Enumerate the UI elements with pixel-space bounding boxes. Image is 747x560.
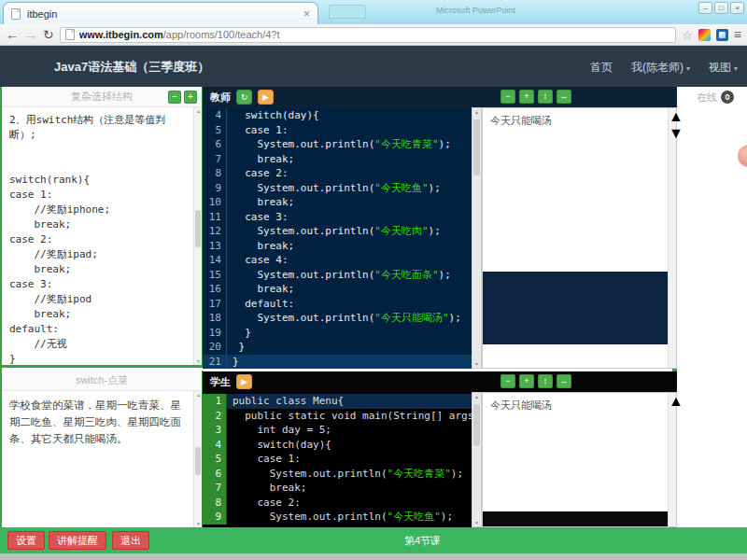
- task-panel-body[interactable]: 学校食堂的菜谱，星期一吃青菜、星期二吃鱼、星期三吃肉、星期四吃面条、其它天都只能…: [2, 391, 193, 527]
- outline-panel: 复杂选择结构 − + 2、用switch结构（注意是等值判断）; switch(…: [2, 87, 203, 368]
- teacher-output-scrollbar[interactable]: ▲ ▼: [668, 108, 676, 368]
- outline-panel-body[interactable]: 2、用switch结构（注意是等值判断）; switch(rank){case …: [2, 107, 193, 365]
- task-scrollbar[interactable]: ▲ ▼: [193, 391, 202, 527]
- app-nav: 首页 我(陈老师)▾ 视图▾: [590, 60, 738, 76]
- task-panel-header: switch-点菜: [2, 371, 202, 391]
- task-panel-title: switch-点菜: [76, 373, 128, 387]
- shrink-button[interactable]: −: [500, 374, 515, 388]
- student-label: 学生: [210, 375, 231, 389]
- nav-me-dropdown[interactable]: 我(陈老师)▾: [631, 60, 690, 76]
- window-minimize-icon[interactable]: –: [698, 2, 712, 14]
- scroll-up-icon: ▲: [472, 394, 481, 399]
- teacher-label: 教师: [210, 91, 231, 105]
- tab-favicon-icon: [11, 8, 21, 20]
- student-panel-header: 学生 ▶ − + ↕ ↔: [203, 371, 677, 392]
- student-console-block: [483, 511, 676, 526]
- outline-panel-title: 复杂选择结构: [71, 90, 133, 104]
- teacher-output-panel[interactable]: 今天只能喝汤 ▲ ▼: [482, 107, 677, 369]
- footer-bar: 设置 讲解提醒 退出 第4节课: [0, 527, 747, 553]
- browser-tab[interactable]: itbegin ×: [3, 2, 318, 24]
- forward-icon[interactable]: →: [24, 28, 37, 41]
- address-bar[interactable]: www.itbegin.com/app/rooms/100/teach/4?t: [60, 27, 676, 43]
- scroll-down-icon: ▼: [472, 520, 481, 525]
- left-column: 复杂选择结构 − + 2、用switch结构（注意是等值判断）; switch(…: [2, 87, 203, 527]
- scrollbar-thumb[interactable]: [195, 210, 201, 247]
- explain-reminder-button[interactable]: 讲解提醒: [49, 531, 106, 550]
- floating-widget[interactable]: [738, 145, 747, 167]
- main-area: 复杂选择结构 − + 2、用switch结构（注意是等值判断）; switch(…: [0, 87, 747, 527]
- resize-horizontal-button[interactable]: ↔: [557, 90, 571, 104]
- student-output-panel[interactable]: 今天只能喝汤 ▲: [482, 392, 677, 527]
- collapse-button[interactable]: −: [168, 91, 181, 104]
- url-domain: www.itbegin.com: [79, 29, 163, 40]
- student-output-scrollbar[interactable]: ▲: [668, 393, 676, 526]
- chevron-down-icon: ▾: [734, 64, 738, 73]
- task-text: 学校食堂的菜谱，星期一吃青菜、星期二吃鱼、星期三吃肉、星期四吃面条、其它天都只能…: [9, 397, 190, 447]
- tab-close-icon[interactable]: ×: [303, 9, 310, 19]
- window-maximize-icon[interactable]: □: [714, 2, 728, 14]
- center-column: 教师 ↻ ▶ − + ↕ ↔ 4 switch(day){5 case 1:6 …: [203, 87, 677, 527]
- grow-button[interactable]: +: [519, 374, 534, 388]
- online-panel: 在线 0: [682, 87, 747, 527]
- online-count-badge: 0: [721, 91, 734, 104]
- extension-icon[interactable]: [716, 29, 728, 41]
- teacher-panel-header: 教师 ↻ ▶ − + ↕ ↔: [203, 87, 677, 107]
- menu-icon[interactable]: ≡: [734, 28, 741, 41]
- new-tab-button[interactable]: [329, 5, 366, 19]
- teacher-run-button[interactable]: ▶: [258, 90, 274, 105]
- resize-horizontal-button[interactable]: ↔: [557, 374, 571, 388]
- window-close-icon[interactable]: ×: [730, 2, 744, 14]
- shrink-button[interactable]: −: [500, 90, 515, 104]
- scroll-down-icon: ▼: [194, 358, 203, 364]
- reload-icon[interactable]: ↻: [43, 28, 54, 41]
- sync-button[interactable]: ↻: [236, 90, 252, 105]
- scroll-up-icon: ▲: [194, 392, 203, 398]
- online-header: 在线 0: [682, 87, 747, 107]
- back-icon[interactable]: ←: [6, 28, 19, 41]
- task-panel: switch-点菜 学校食堂的菜谱，星期一吃青菜、星期二吃鱼、星期三吃肉、星期四…: [2, 371, 203, 527]
- outline-panel-header: 复杂选择结构 − +: [2, 87, 202, 107]
- scroll-up-icon: ▲: [472, 109, 481, 115]
- nav-view-dropdown[interactable]: 视图▾: [709, 60, 738, 76]
- extension-icon[interactable]: [698, 29, 711, 41]
- browser-titlebar: itbegin × Microsoft PowerPoint – □ ×: [0, 0, 747, 24]
- outline-scrollbar[interactable]: ▲ ▼: [193, 107, 202, 365]
- resize-vertical-button[interactable]: ↕: [538, 90, 553, 104]
- course-title: Java7语法基础（三季度班）: [54, 59, 209, 76]
- student-window-buttons: − + ↕ ↔: [500, 374, 571, 388]
- teacher-console-block[interactable]: [483, 272, 668, 344]
- settings-button[interactable]: 设置: [7, 531, 45, 550]
- tab-title: itbegin: [27, 8, 303, 20]
- teacher-editor-scrollbar[interactable]: ▲ ▼: [472, 107, 482, 369]
- scroll-down-icon: ▼: [472, 361, 481, 367]
- online-label: 在线: [697, 91, 717, 105]
- bookmark-star-icon[interactable]: ☆: [682, 29, 693, 41]
- resize-vertical-button[interactable]: ↕: [538, 374, 553, 388]
- bottom-strip: [0, 553, 747, 560]
- browser-toolbar: ← → ↻ www.itbegin.com/app/rooms/100/teac…: [0, 24, 747, 46]
- student-output-text: 今天只能喝汤: [483, 393, 676, 418]
- grow-button[interactable]: +: [519, 90, 534, 104]
- app-header: Java7语法基础（三季度班） 首页 我(陈老师)▾ 视图▾: [0, 46, 747, 87]
- student-code-editor[interactable]: 1public class Menu{2 public static void …: [203, 392, 472, 527]
- chevron-down-icon: ▾: [686, 64, 690, 73]
- screen: itbegin × Microsoft PowerPoint – □ × ← →…: [0, 0, 747, 560]
- background-window-title: Microsoft PowerPoint: [436, 6, 515, 15]
- teacher-window-buttons: − + ↕ ↔: [500, 90, 571, 104]
- url-path: /app/rooms/100/teach/4?t: [163, 29, 280, 40]
- url-text: www.itbegin.com/app/rooms/100/teach/4?t: [79, 29, 280, 40]
- lesson-label: 第4节课: [404, 534, 441, 548]
- student-run-button[interactable]: ▶: [236, 374, 252, 389]
- scroll-up-icon: ▲: [194, 108, 203, 114]
- scrollbar-thumb[interactable]: [473, 404, 480, 446]
- exit-button[interactable]: 退出: [112, 531, 149, 550]
- nav-home[interactable]: 首页: [590, 60, 613, 76]
- teacher-code-editor[interactable]: 4 switch(day){5 case 1:6 System.out.prin…: [203, 107, 472, 369]
- scrollbar-thumb[interactable]: [195, 447, 201, 475]
- scroll-down-icon: ▼: [194, 521, 203, 526]
- scrollbar-thumb[interactable]: [473, 119, 480, 175]
- expand-button[interactable]: +: [184, 91, 197, 104]
- teacher-output-text: 今天只能喝汤: [483, 108, 676, 133]
- student-editor-scrollbar[interactable]: ▲ ▼: [472, 392, 482, 527]
- window-controls: – □ ×: [698, 2, 744, 14]
